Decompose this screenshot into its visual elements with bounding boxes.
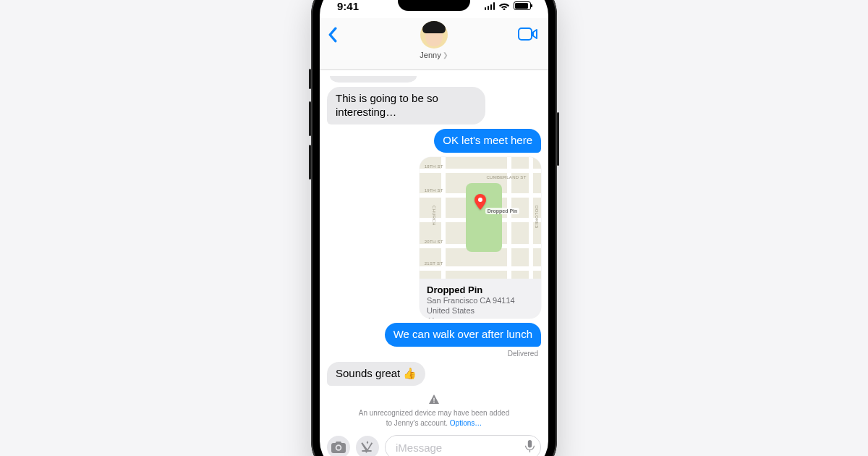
location-details: Dropped Pin San Francisco CA 94114 Unite… — [420, 279, 541, 319]
map-street-label: 18TH ST — [425, 164, 443, 169]
delivery-status: Delivered — [327, 350, 541, 358]
facetime-button[interactable] — [518, 22, 538, 44]
dynamic-island — [398, 0, 470, 11]
alert-line1: An unrecognized device may have been add… — [359, 409, 509, 417]
chevron-right-icon: ❯ — [443, 51, 448, 59]
camera-button[interactable] — [327, 436, 350, 456]
message-outgoing[interactable]: OK let's meet here — [434, 129, 541, 153]
map-pin-icon — [475, 194, 486, 210]
contact-avatar[interactable] — [420, 21, 448, 48]
message-input[interactable]: iMessage — [385, 435, 541, 456]
contact-name-label: Jenny — [420, 51, 441, 59]
alert-options-link[interactable]: Options… — [450, 419, 482, 427]
volume-up-button — [309, 101, 311, 136]
battery-icon — [514, 1, 531, 10]
cellular-icon — [485, 2, 495, 10]
status-time: 9:41 — [337, 0, 359, 12]
compose-bar: iMessage — [320, 431, 548, 456]
conversation-thread[interactable]: This is going to be so interesting… OK l… — [320, 70, 548, 431]
location-address-line2: United States — [427, 305, 534, 316]
previous-message-partial — [330, 76, 417, 83]
ringer-switch — [309, 69, 311, 89]
map-street-label: 21ST ST — [425, 261, 443, 266]
map-street-label: CUMBERLAND ST — [486, 175, 526, 180]
screen: 9:41 Jenny ❯ — [320, 0, 548, 456]
map-street-label: CHURCH — [432, 206, 436, 226]
dictation-button[interactable] — [525, 440, 535, 455]
wifi-icon — [498, 1, 510, 10]
svg-point-1 — [478, 198, 482, 202]
apps-button[interactable] — [356, 436, 379, 456]
location-app-name: Maps — [428, 317, 446, 318]
map-street-label: 19TH ST — [425, 188, 443, 193]
conversation-header: Jenny ❯ — [320, 18, 548, 70]
map-street-label: DOLORES — [535, 206, 539, 228]
location-title: Dropped Pin — [427, 284, 534, 295]
iphone-frame: 9:41 Jenny ❯ — [311, 0, 557, 456]
message-input-placeholder: iMessage — [396, 442, 442, 454]
location-address-line1: San Francisco CA 94114 — [427, 295, 534, 305]
warning-icon — [344, 394, 524, 407]
map-pin-label: Dropped Pin — [485, 208, 520, 214]
alert-line2: to Jenny's account. — [386, 419, 450, 427]
side-button — [557, 112, 559, 166]
security-alert: An unrecognized device may have been add… — [327, 393, 541, 428]
volume-down-button — [309, 145, 311, 180]
back-button[interactable] — [327, 22, 338, 46]
map-street-label: 20TH ST — [425, 240, 443, 244]
status-indicators — [485, 1, 532, 10]
map-preview: 18TH ST 19TH ST CUMBERLAND ST 20TH ST 21… — [420, 157, 541, 279]
svg-rect-0 — [519, 28, 532, 40]
message-incoming[interactable]: This is going to be so interesting… — [327, 87, 485, 124]
location-attachment[interactable]: 18TH ST 19TH ST CUMBERLAND ST 20TH ST 21… — [420, 157, 541, 319]
contact-name[interactable]: Jenny ❯ — [420, 51, 448, 59]
message-incoming[interactable]: Sounds great 👍 — [327, 362, 425, 386]
message-outgoing[interactable]: We can walk over after lunch — [385, 323, 541, 347]
